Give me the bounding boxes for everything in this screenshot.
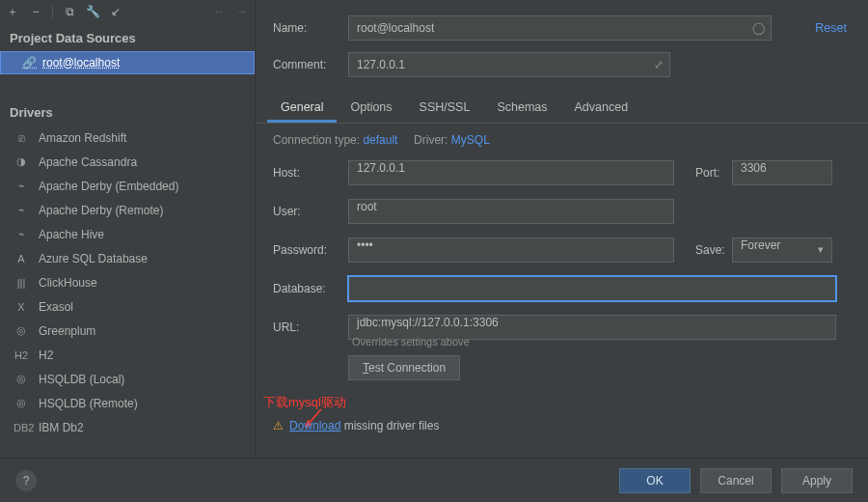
- driver-item[interactable]: ⌁Apache Derby (Remote): [0, 198, 255, 222]
- name-field[interactable]: ◯: [348, 15, 772, 41]
- conn-type-label: Connection type:: [273, 133, 360, 147]
- driver-label: IBM Db2: [39, 421, 84, 434]
- name-input[interactable]: [357, 21, 763, 35]
- tab-general[interactable]: General: [267, 93, 337, 123]
- test-connection-button[interactable]: Test Connection: [348, 355, 460, 380]
- database-input[interactable]: [357, 277, 827, 291]
- driver-item[interactable]: ◎HSQLDB (Remote): [0, 391, 255, 415]
- driver-label: Driver:: [414, 133, 448, 147]
- user-label: User:: [273, 205, 348, 218]
- driver-item[interactable]: AAzure SQL Database: [0, 246, 255, 270]
- cancel-button[interactable]: Cancel: [700, 468, 772, 493]
- comment-label: Comment:: [273, 58, 348, 71]
- name-label: Name:: [273, 21, 348, 35]
- expand-icon[interactable]: ⤢: [654, 58, 664, 71]
- tab-ssh-ssl[interactable]: SSH/SSL: [406, 93, 484, 123]
- database-field[interactable]: [348, 276, 836, 301]
- datasource-label: root@localhost: [42, 56, 120, 70]
- driver-label: Apache Cassandra: [39, 155, 137, 169]
- driver-icon: H2: [14, 349, 29, 361]
- user-field[interactable]: [348, 199, 674, 224]
- sidebar: ＋ − ⧉ 🔧 ↙ ← → Project Data Sources 🔗 roo…: [0, 0, 256, 458]
- forward-icon[interactable]: →: [235, 5, 249, 18]
- driver-item[interactable]: DB2IBM Db2: [0, 415, 255, 439]
- driver-item[interactable]: ⎚Amazon Redshift: [0, 126, 255, 150]
- url-label: URL:: [273, 321, 348, 334]
- port-field[interactable]: [732, 160, 832, 185]
- driver-icon: ◎: [14, 373, 29, 385]
- driver-item[interactable]: ◎HSQLDB (Local): [0, 367, 255, 391]
- driver-label: Apache Derby (Embedded): [39, 180, 178, 193]
- driver-label: Amazon Redshift: [39, 131, 126, 145]
- tab-options[interactable]: Options: [337, 93, 405, 123]
- driver-label: H2: [39, 349, 53, 362]
- help-button[interactable]: ?: [15, 470, 37, 491]
- user-input[interactable]: [357, 200, 665, 213]
- password-field[interactable]: [348, 237, 674, 263]
- save-value: Forever: [741, 238, 780, 252]
- driver-icon: A: [14, 253, 29, 265]
- circle-icon: ◯: [752, 21, 765, 35]
- tab-schemas[interactable]: Schemas: [483, 93, 560, 123]
- add-icon[interactable]: ＋: [6, 5, 19, 18]
- reset-link[interactable]: Reset: [789, 21, 847, 35]
- download-link[interactable]: Download: [289, 419, 340, 432]
- driver-icon: |||: [14, 277, 29, 289]
- link-icon: 🔗: [22, 56, 37, 70]
- driver-item[interactable]: ⌁Apache Hive: [0, 222, 255, 246]
- conn-type-link[interactable]: default: [363, 133, 397, 147]
- save-select[interactable]: Forever: [732, 237, 832, 263]
- drivers-list: ⎚Amazon Redshift◑Apache Cassandra⌁Apache…: [0, 126, 255, 439]
- comment-field[interactable]: ⤢: [348, 52, 670, 77]
- save-label: Save:: [695, 243, 732, 257]
- driver-label: Greenplum: [39, 324, 95, 338]
- driver-item[interactable]: ⌁Apache Derby (Embedded): [0, 174, 255, 198]
- connection-type-row: Connection type: default Driver: MySQL: [256, 124, 868, 156]
- driver-icon: ◑: [14, 155, 29, 168]
- driver-item[interactable]: |||ClickHouse: [0, 270, 255, 294]
- driver-icon: ◎: [14, 324, 29, 337]
- driver-item[interactable]: H2H2: [0, 343, 255, 367]
- driver-label: Azure SQL Database: [39, 252, 148, 265]
- datasource-item[interactable]: 🔗 root@localhost: [0, 51, 255, 74]
- database-label: Database:: [273, 282, 348, 295]
- driver-label: Apache Derby (Remote): [39, 204, 163, 217]
- password-input[interactable]: [357, 238, 665, 252]
- host-input[interactable]: [357, 161, 665, 175]
- revert-icon[interactable]: ↙: [109, 5, 122, 18]
- driver-label: HSQLDB (Local): [39, 373, 124, 386]
- content-pane: Name: ◯ Reset Comment: ⤢ GeneralOptionsS…: [256, 0, 868, 458]
- sidebar-toolbar: ＋ − ⧉ 🔧 ↙ ← →: [0, 0, 255, 23]
- driver-label: ClickHouse: [39, 276, 97, 290]
- port-input[interactable]: [741, 161, 824, 175]
- wrench-icon[interactable]: 🔧: [86, 5, 99, 18]
- driver-icon: ⌁: [14, 180, 29, 192]
- driver-label: Exasol: [39, 300, 73, 314]
- section-data-sources: Project Data Sources: [0, 23, 255, 51]
- warning-text: missing driver files: [340, 419, 439, 432]
- url-input[interactable]: [357, 316, 827, 329]
- tab-advanced[interactable]: Advanced: [561, 93, 642, 123]
- driver-icon: ⌁: [14, 228, 29, 240]
- driver-icon: DB2: [14, 422, 29, 433]
- driver-item[interactable]: ◑Apache Cassandra: [0, 150, 255, 174]
- driver-item[interactable]: XExasol: [0, 294, 255, 319]
- comment-input[interactable]: [357, 58, 662, 71]
- ok-button[interactable]: OK: [619, 468, 691, 493]
- driver-icon: ⎚: [14, 132, 29, 144]
- copy-icon[interactable]: ⧉: [63, 5, 76, 18]
- back-icon[interactable]: ←: [212, 5, 226, 18]
- driver-icon: ◎: [14, 397, 29, 409]
- apply-button[interactable]: Apply: [781, 468, 853, 493]
- driver-link[interactable]: MySQL: [451, 133, 490, 147]
- driver-item[interactable]: ◎Greenplum: [0, 319, 255, 343]
- password-label: Password:: [273, 243, 348, 257]
- driver-icon: ⌁: [14, 204, 29, 216]
- host-field[interactable]: [348, 160, 674, 185]
- dialog-footer: ? OK Cancel Apply: [0, 458, 868, 502]
- driver-icon: X: [14, 301, 29, 313]
- remove-icon[interactable]: −: [29, 5, 42, 18]
- host-label: Host:: [273, 166, 348, 180]
- warning-icon: ⚠: [273, 419, 284, 432]
- driver-label: HSQLDB (Remote): [39, 397, 138, 410]
